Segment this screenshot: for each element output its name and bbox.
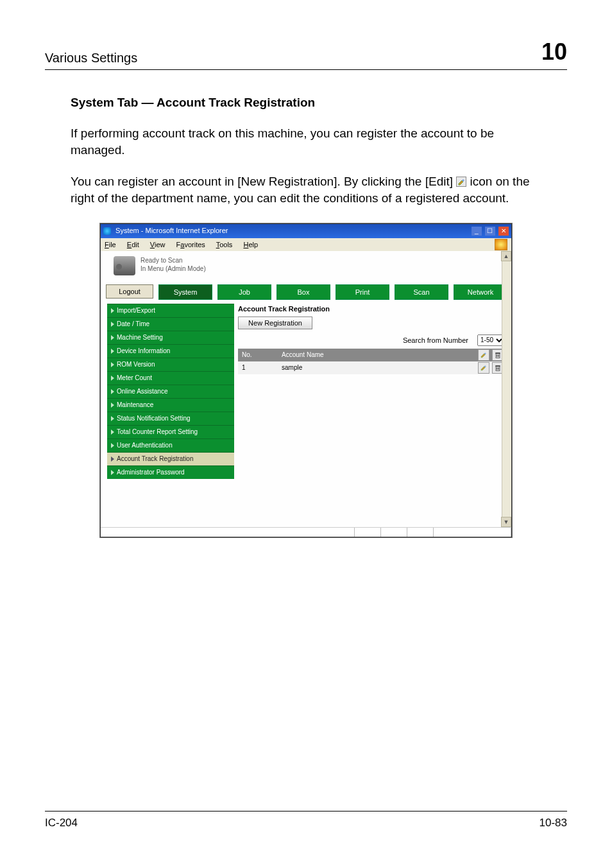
- col-no: No.: [238, 349, 278, 361]
- row-edit-button[interactable]: [478, 362, 489, 374]
- printer-icon: [114, 256, 135, 275]
- sidebar-item-maintenance[interactable]: Maintenance: [107, 398, 234, 412]
- tab-network[interactable]: Network: [454, 284, 507, 300]
- paragraph-1: If performing account track on this mach…: [71, 125, 541, 158]
- menu-favorites[interactable]: FaFavoritesvorites: [176, 241, 205, 248]
- edit-icon: [456, 175, 466, 185]
- svg-rect-2: [495, 352, 500, 354]
- menu-file[interactable]: FFileile: [105, 241, 116, 248]
- search-from-number-label: Search from Number: [403, 336, 468, 344]
- sidebar-item-total-counter[interactable]: Total Counter Report Setting: [107, 425, 234, 438]
- maximize-button[interactable]: ☐: [485, 227, 495, 236]
- svg-rect-7: [495, 365, 500, 367]
- sidebar-item-import-export[interactable]: Import/Export: [107, 304, 234, 317]
- minimize-button[interactable]: _: [472, 227, 482, 236]
- tab-scan[interactable]: Scan: [395, 284, 448, 300]
- side-menu: Import/Export Date / Time Machine Settin…: [107, 304, 234, 479]
- footer-left: IC-204: [45, 817, 78, 829]
- ie-icon: [103, 227, 111, 235]
- cell-no: 1: [238, 361, 278, 374]
- scroll-up-button[interactable]: ▲: [501, 251, 511, 261]
- status-line-2: In Menu (Admin Mode): [140, 265, 206, 273]
- sidebar-item-device-info[interactable]: Device Information: [107, 344, 234, 358]
- col-account-name: Account Name: [278, 349, 477, 361]
- ie-status-bar: [101, 527, 511, 537]
- tab-system[interactable]: System: [158, 284, 212, 300]
- header-section: Various Settings: [45, 51, 137, 65]
- tab-print[interactable]: Print: [336, 284, 389, 300]
- sidebar-item-account-track[interactable]: Account Track Registration: [107, 452, 234, 465]
- sidebar-item-status-notification[interactable]: Status Notification Setting: [107, 412, 234, 425]
- menu-tools[interactable]: TToolsools: [216, 241, 233, 248]
- table-header-row: No. Account Name: [238, 349, 505, 361]
- subheading: System Tab — Account Track Registration: [71, 96, 541, 110]
- logout-button[interactable]: Logout: [106, 284, 153, 299]
- tab-job[interactable]: Job: [217, 284, 271, 300]
- chapter-number: 10: [541, 39, 567, 65]
- tab-box[interactable]: Box: [276, 284, 330, 300]
- col-edit: [477, 349, 491, 361]
- paragraph-2a: You can register an account in [New Regi…: [71, 175, 456, 188]
- scroll-down-button[interactable]: ▼: [501, 517, 511, 527]
- footer-right: 10-83: [540, 817, 567, 829]
- ie-window: System - Microsoft Internet Explorer _ ☐…: [100, 223, 512, 537]
- header-edit-icon: [478, 349, 489, 361]
- sidebar-item-user-auth[interactable]: User Authentication: [107, 438, 234, 452]
- ie-title-text: System - Microsoft Internet Explorer: [115, 227, 228, 234]
- status-line-1: Ready to Scan: [140, 256, 206, 265]
- sidebar-item-meter-count[interactable]: Meter Count: [107, 371, 234, 385]
- vertical-scrollbar[interactable]: [502, 251, 511, 527]
- paragraph-2: You can register an account in [New Regi…: [71, 173, 541, 206]
- search-from-number-select[interactable]: 1-50: [477, 334, 505, 346]
- ie-menu-bar: FFileile EEditdit VViewiew FaFavoritesvo…: [101, 238, 511, 251]
- menu-edit[interactable]: EEditdit: [127, 241, 139, 248]
- sidebar-item-admin-password[interactable]: Administrator Password: [107, 465, 234, 479]
- close-button[interactable]: ✕: [498, 227, 509, 236]
- table-row: 1 sample: [238, 361, 505, 374]
- ie-throbber: [495, 239, 507, 250]
- sidebar-item-machine-setting[interactable]: Machine Setting: [107, 331, 234, 344]
- main-heading: Account Track Registration: [238, 305, 511, 313]
- cell-account-name: sample: [278, 361, 477, 374]
- sidebar-item-rom-version[interactable]: ROM Version: [107, 358, 234, 371]
- menu-help[interactable]: HHelpelp: [243, 241, 258, 248]
- sidebar-item-date-time[interactable]: Date / Time: [107, 317, 234, 331]
- new-registration-button[interactable]: New Registration: [238, 317, 312, 329]
- sidebar-item-online-assistance[interactable]: Online Assistance: [107, 385, 234, 398]
- menu-view[interactable]: VViewiew: [150, 241, 166, 248]
- ie-titlebar: System - Microsoft Internet Explorer _ ☐…: [101, 224, 511, 238]
- ie-client-area: ▲ ▼ Ready to Scan In Menu (Admin Mode) L…: [101, 251, 511, 527]
